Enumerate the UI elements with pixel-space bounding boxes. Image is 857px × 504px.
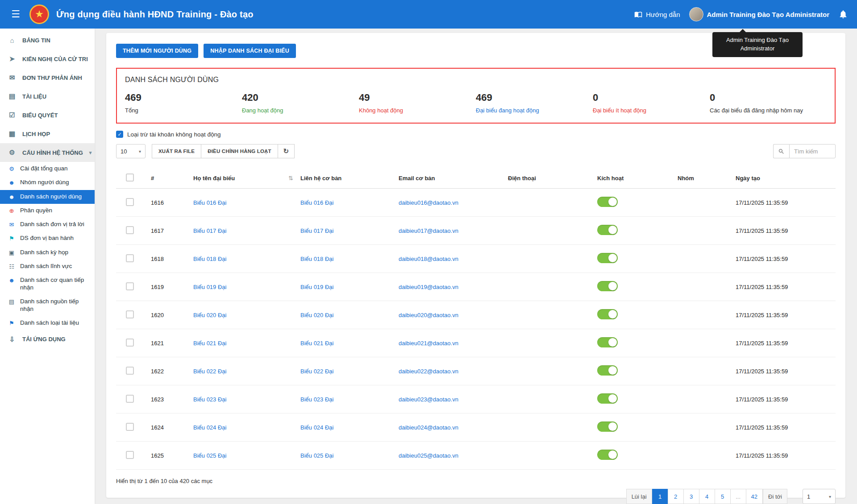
user-email-link[interactable]: daibieu024@daotao.vn bbox=[399, 424, 458, 431]
import-delegates-button[interactable]: NHẬP DANH SÁCH ĐẠI BIỂU bbox=[204, 44, 296, 58]
sort-icon[interactable]: ⇅ bbox=[288, 175, 293, 182]
row-checkbox[interactable] bbox=[126, 395, 134, 403]
row-checkbox[interactable] bbox=[126, 226, 134, 234]
active-toggle[interactable] bbox=[597, 450, 618, 460]
row-created: 17/11/2025 11:35:59 bbox=[732, 413, 836, 442]
active-toggle[interactable] bbox=[597, 393, 618, 404]
sidebar-subitem[interactable]: ☻Nhóm người dùng bbox=[0, 176, 95, 190]
user-name-link[interactable]: Biểu 023 Đại bbox=[193, 396, 226, 403]
row-created: 17/11/2025 11:35:59 bbox=[732, 442, 836, 470]
sidebar-item[interactable]: ⌂BẢNG TIN bbox=[0, 31, 95, 50]
row-checkbox[interactable] bbox=[126, 451, 134, 459]
active-toggle[interactable] bbox=[597, 281, 618, 291]
pagination-page[interactable]: 5 bbox=[715, 489, 731, 504]
user-contact-link[interactable]: Biểu 022 Đại bbox=[300, 368, 333, 375]
user-contact-link[interactable]: Biểu 025 Đại bbox=[300, 452, 333, 459]
user-name-link[interactable]: Biểu 016 Đại bbox=[193, 199, 226, 206]
user-contact-link[interactable]: Biểu 023 Đại bbox=[300, 396, 333, 403]
users-card: THÊM MỚI NGƯỜI DÙNG NHẬP DANH SÁCH ĐẠI B… bbox=[106, 33, 845, 498]
sidebar-subitem[interactable]: ✉Danh sách đơn vị trả lời bbox=[0, 218, 95, 231]
user-email-link[interactable]: daibieu019@daotao.vn bbox=[399, 284, 458, 290]
sidebar-subitem[interactable]: ☻Danh sách người dùng bbox=[0, 190, 95, 204]
active-toggle[interactable] bbox=[597, 421, 618, 432]
pagination-next-button[interactable]: Đi tới bbox=[763, 489, 787, 504]
sidebar-item-label: LỊCH HỌP bbox=[22, 131, 50, 137]
sidebar-item[interactable]: ▦LỊCH HỌP bbox=[0, 124, 95, 143]
active-toggle[interactable] bbox=[597, 197, 618, 207]
add-user-button[interactable]: THÊM MỚI NGƯỜI DÙNG bbox=[116, 44, 198, 58]
pagination-page[interactable]: 42 bbox=[746, 489, 763, 504]
toggle-knob bbox=[608, 282, 617, 290]
row-checkbox[interactable] bbox=[126, 339, 134, 347]
active-toggle[interactable] bbox=[597, 365, 618, 376]
sidebar-item[interactable]: ➤KIẾN NGHỊ CỦA CỬ TRI bbox=[0, 50, 95, 68]
sidebar-subitem[interactable]: ▣Danh sách kỳ họp bbox=[0, 246, 95, 260]
sidebar-subitem[interactable]: ☻Danh sách cơ quan tiếp nhận bbox=[0, 273, 95, 295]
user-contact-link[interactable]: Biểu 021 Đại bbox=[300, 340, 333, 347]
select-all-checkbox[interactable] bbox=[126, 174, 134, 182]
sidebar-item[interactable]: ⇩TẢI ỨNG DỤNG bbox=[0, 330, 95, 349]
user-name-link[interactable]: Biểu 019 Đại bbox=[193, 284, 226, 290]
sidebar-subitem[interactable]: ⚙Cài đặt tổng quan bbox=[0, 162, 95, 176]
row-checkbox[interactable] bbox=[126, 198, 134, 206]
export-file-button[interactable]: XUẤT RA FILE bbox=[152, 144, 201, 158]
user-contact-link[interactable]: Biểu 020 Đại bbox=[300, 312, 333, 318]
user-name-link[interactable]: Biểu 025 Đại bbox=[193, 452, 226, 459]
page-jump-select[interactable]: 1 ▾ bbox=[803, 489, 836, 504]
user-contact-link[interactable]: Biểu 019 Đại bbox=[300, 284, 333, 290]
user-email-link[interactable]: daibieu017@daotao.vn bbox=[399, 227, 458, 234]
active-toggle[interactable] bbox=[597, 337, 618, 347]
page-size-select[interactable]: 10 ▾ bbox=[116, 144, 146, 158]
sidebar-subitem[interactable]: ☷Danh sách lĩnh vực bbox=[0, 260, 95, 273]
row-checkbox[interactable] bbox=[126, 282, 134, 290]
search-input[interactable] bbox=[789, 144, 836, 158]
user-contact-link[interactable]: Biểu 017 Đại bbox=[300, 227, 333, 234]
sidebar-subitem[interactable]: ⊕Phân quyền bbox=[0, 204, 95, 218]
user-name-link[interactable]: Biểu 022 Đại bbox=[193, 368, 226, 375]
active-toggle[interactable] bbox=[597, 309, 618, 319]
pagination-page[interactable]: 3 bbox=[683, 489, 699, 504]
user-email-link[interactable]: daibieu021@daotao.vn bbox=[399, 340, 458, 347]
bulk-edit-button[interactable]: ĐIỀU CHỈNH HÀNG LOẠT bbox=[201, 144, 278, 158]
user-contact-link[interactable]: Biểu 018 Đại bbox=[300, 256, 333, 262]
user-name-link[interactable]: Biểu 024 Đại bbox=[193, 424, 226, 431]
user-contact-link[interactable]: Biểu 016 Đại bbox=[300, 199, 333, 206]
pagination-page[interactable]: 4 bbox=[699, 489, 715, 504]
user-menu[interactable]: Admin Training Đào Tạo Administrator bbox=[689, 7, 829, 21]
active-toggle[interactable] bbox=[597, 253, 618, 263]
search-button[interactable] bbox=[773, 144, 789, 158]
user-name-link[interactable]: Biểu 020 Đại bbox=[193, 312, 226, 318]
sidebar-subitem[interactable]: ▤Danh sách nguồn tiếp nhận bbox=[0, 295, 95, 316]
user-name-link[interactable]: Biểu 017 Đại bbox=[193, 227, 226, 234]
notifications-bell-icon[interactable] bbox=[838, 9, 848, 19]
sidebar-subitem-label: Nhóm người dùng bbox=[20, 179, 69, 186]
user-email-link[interactable]: daibieu020@daotao.vn bbox=[399, 312, 458, 318]
user-email-link[interactable]: daibieu022@daotao.vn bbox=[399, 368, 458, 375]
user-email-link[interactable]: daibieu016@daotao.vn bbox=[399, 199, 458, 206]
refresh-button[interactable]: ↻ bbox=[278, 144, 295, 158]
sidebar-item[interactable]: ☑BIỂU QUYẾT bbox=[0, 106, 95, 124]
menu-icon[interactable]: ☰ bbox=[9, 8, 22, 20]
sidebar-subitem[interactable]: ⚑DS đơn vị ban hành bbox=[0, 231, 95, 245]
active-toggle[interactable] bbox=[597, 225, 618, 235]
user-name-link[interactable]: Biểu 018 Đại bbox=[193, 256, 226, 262]
sidebar-subitem[interactable]: ⚑Danh sách loại tài liệu bbox=[0, 316, 95, 330]
row-checkbox[interactable] bbox=[126, 254, 134, 262]
pagination-page[interactable]: 1 bbox=[652, 489, 668, 504]
pagination-page[interactable]: 2 bbox=[668, 489, 684, 504]
row-checkbox[interactable] bbox=[126, 367, 134, 375]
sidebar-item-cau-hinh-he-thong[interactable]: ⚙ CẤU HÌNH HỆ THỐNG ▾ bbox=[0, 143, 95, 162]
user-contact-link[interactable]: Biểu 024 Đại bbox=[300, 424, 333, 431]
pagination-prev-button[interactable]: Lùi lại bbox=[626, 489, 652, 504]
exclude-inactive-checkbox[interactable]: ✓ bbox=[116, 131, 123, 138]
row-checkbox[interactable] bbox=[126, 423, 134, 431]
user-email-link[interactable]: daibieu025@daotao.vn bbox=[399, 452, 458, 459]
sidebar-item[interactable]: ✉ĐƠN THƯ PHẢN ÁNH bbox=[0, 68, 95, 87]
topbar: ☰ ★ Ứng dụng điều hành HĐND Training - Đ… bbox=[0, 0, 857, 29]
user-email-link[interactable]: daibieu018@daotao.vn bbox=[399, 256, 458, 262]
row-checkbox[interactable] bbox=[126, 310, 134, 318]
user-email-link[interactable]: daibieu023@daotao.vn bbox=[399, 396, 458, 403]
help-button[interactable]: Hướng dẫn bbox=[634, 10, 680, 18]
user-name-link[interactable]: Biểu 021 Đại bbox=[193, 340, 226, 347]
sidebar-item[interactable]: ▤TÀI LIỆU bbox=[0, 87, 95, 106]
